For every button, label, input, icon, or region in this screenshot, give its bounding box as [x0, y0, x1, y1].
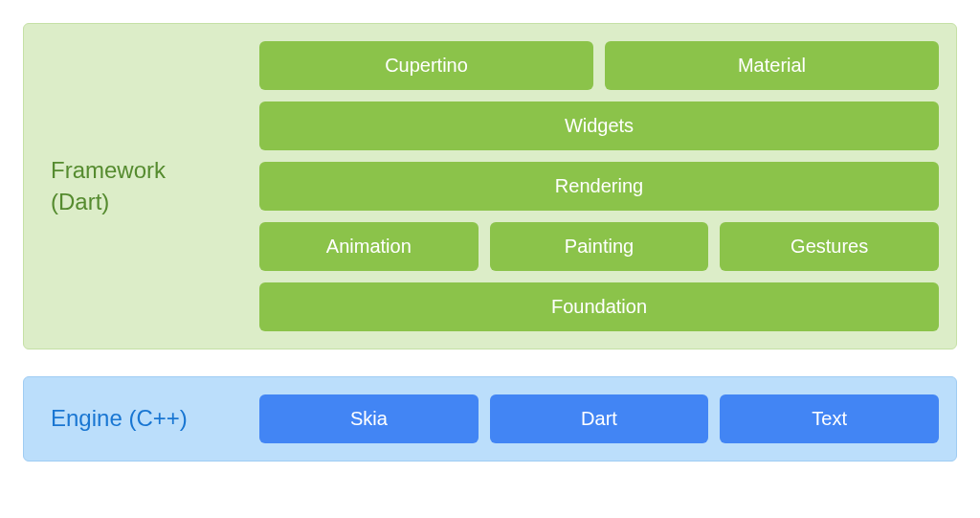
block-cupertino: Cupertino	[259, 41, 593, 90]
block-dart: Dart	[490, 394, 709, 443]
block-skia: Skia	[259, 394, 479, 443]
engine-section: Engine (C++) Skia Dart Text	[23, 376, 957, 462]
framework-row-1: Widgets	[259, 101, 939, 150]
block-animation: Animation	[259, 222, 479, 271]
framework-row-3: Animation Painting Gestures	[259, 222, 939, 271]
block-widgets: Widgets	[259, 101, 939, 150]
framework-row-2: Rendering	[259, 162, 939, 211]
block-rendering: Rendering	[259, 162, 939, 211]
framework-label-line1: Framework (Dart)	[51, 157, 166, 214]
engine-label: Engine (C++)	[41, 403, 242, 434]
block-gestures: Gestures	[720, 222, 939, 271]
block-material: Material	[605, 41, 939, 90]
framework-label: Framework (Dart)	[41, 155, 242, 217]
block-text: Text	[720, 394, 939, 443]
engine-stack: Skia Dart Text	[259, 394, 939, 443]
framework-stack: Cupertino Material Widgets Rendering Ani…	[259, 41, 939, 331]
block-painting: Painting	[490, 222, 709, 271]
engine-row-0: Skia Dart Text	[259, 394, 939, 443]
block-foundation: Foundation	[259, 282, 939, 331]
framework-section: Framework (Dart) Cupertino Material Widg…	[23, 23, 957, 349]
framework-row-0: Cupertino Material	[259, 41, 939, 90]
framework-row-4: Foundation	[259, 282, 939, 331]
